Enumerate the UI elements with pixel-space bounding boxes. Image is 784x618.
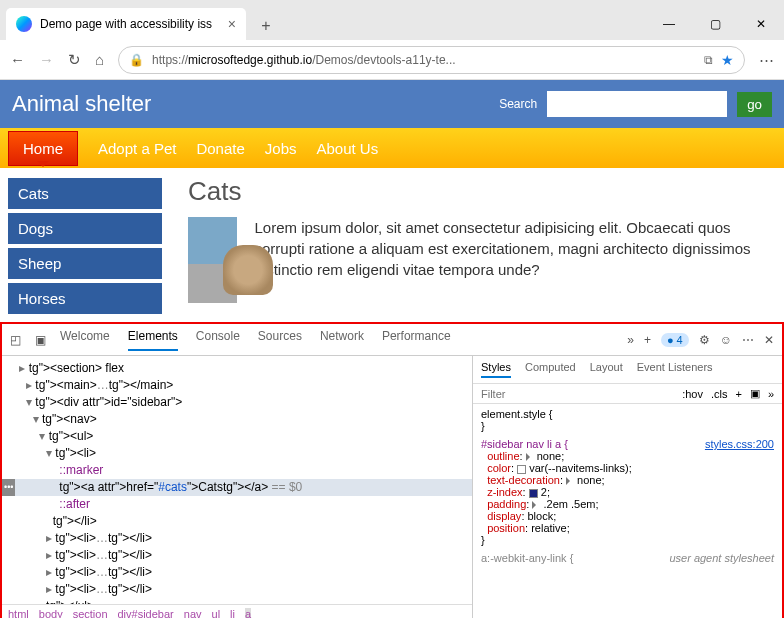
crumb-html[interactable]: html <box>8 608 29 618</box>
sidebar-item-cats[interactable]: Cats <box>8 178 162 209</box>
lock-icon: 🔒 <box>129 53 144 67</box>
forward-button[interactable]: → <box>39 51 54 68</box>
menu-button[interactable]: ⋯ <box>759 51 774 69</box>
styles-rules[interactable]: element.style {}#sidebar nav li a {style… <box>473 404 782 618</box>
maximize-button[interactable]: ▢ <box>692 8 738 40</box>
browser-tab[interactable]: Demo page with accessibility iss × <box>6 8 246 40</box>
feedback-icon[interactable]: ☺ <box>720 333 732 347</box>
crumb-li[interactable]: li <box>230 608 235 618</box>
crumb-nav[interactable]: nav <box>184 608 202 618</box>
more-panels-icon[interactable]: » <box>768 388 774 400</box>
new-panel-icon[interactable]: + <box>644 333 651 347</box>
computed-box-icon[interactable]: ▣ <box>750 387 760 400</box>
article-body: Lorem ipsum dolor, sit amet consectetur … <box>255 217 767 303</box>
panel-tab-network[interactable]: Network <box>320 329 364 351</box>
reader-icon[interactable]: ⧉ <box>704 53 713 67</box>
address-bar[interactable]: 🔒 https://microsoftedge.github.io/Demos/… <box>118 46 745 74</box>
favorite-icon[interactable]: ★ <box>721 52 734 68</box>
styles-tab-event-listeners[interactable]: Event Listeners <box>637 361 713 378</box>
site-title: Animal shelter <box>12 91 151 117</box>
search-input[interactable] <box>547 91 727 117</box>
inspect-icon[interactable]: ◰ <box>10 333 21 347</box>
refresh-button[interactable]: ↻ <box>68 51 81 69</box>
search-go-button[interactable]: go <box>737 92 772 117</box>
issues-badge[interactable]: ● 4 <box>661 333 689 347</box>
tab-title: Demo page with accessibility iss <box>40 17 220 31</box>
crumb-body[interactable]: body <box>39 608 63 618</box>
sidebar-item-sheep[interactable]: Sheep <box>8 248 162 279</box>
styles-filter-input[interactable] <box>481 388 674 400</box>
nav-adopt-a-pet[interactable]: Adopt a Pet <box>98 140 176 157</box>
cls-toggle[interactable]: .cls <box>711 388 728 400</box>
page-heading: Cats <box>188 176 766 207</box>
new-tab-button[interactable]: + <box>252 12 280 40</box>
panel-tab-elements[interactable]: Elements <box>128 329 178 351</box>
crumb-ul[interactable]: ul <box>212 608 221 618</box>
close-window-button[interactable]: ✕ <box>738 8 784 40</box>
minimize-button[interactable]: — <box>646 8 692 40</box>
nav-home[interactable]: Home <box>8 131 78 166</box>
device-icon[interactable]: ▣ <box>35 333 46 347</box>
home-button[interactable]: ⌂ <box>95 51 104 68</box>
cat-image <box>188 217 237 303</box>
close-tab-icon[interactable]: × <box>228 16 236 32</box>
url-text: https://microsoftedge.github.io/Demos/de… <box>152 53 456 67</box>
panel-tab-sources[interactable]: Sources <box>258 329 302 351</box>
crumb-section[interactable]: section <box>73 608 108 618</box>
dom-tree[interactable]: ▸ tg"><section> flex ▸ tg"><main>…tg"></… <box>2 356 472 604</box>
styles-tab-computed[interactable]: Computed <box>525 361 576 378</box>
back-button[interactable]: ← <box>10 51 25 68</box>
search-label: Search <box>499 97 537 111</box>
styles-tab-styles[interactable]: Styles <box>481 361 511 378</box>
sidebar-item-horses[interactable]: Horses <box>8 283 162 314</box>
new-style-icon[interactable]: + <box>735 388 741 400</box>
site-favicon <box>16 16 32 32</box>
crumb-div-sidebar[interactable]: div#sidebar <box>118 608 174 618</box>
styles-tab-layout[interactable]: Layout <box>590 361 623 378</box>
nav-donate[interactable]: Donate <box>196 140 244 157</box>
sidebar-item-dogs[interactable]: Dogs <box>8 213 162 244</box>
crumb-a[interactable]: a <box>245 608 251 618</box>
settings-icon[interactable]: ⚙ <box>699 333 710 347</box>
panel-tab-welcome[interactable]: Welcome <box>60 329 110 351</box>
nav-about-us[interactable]: About Us <box>316 140 378 157</box>
more-tabs-icon[interactable]: » <box>627 333 634 347</box>
hov-toggle[interactable]: :hov <box>682 388 703 400</box>
nav-jobs[interactable]: Jobs <box>265 140 297 157</box>
panel-tab-console[interactable]: Console <box>196 329 240 351</box>
panel-tab-performance[interactable]: Performance <box>382 329 451 351</box>
close-devtools-icon[interactable]: ✕ <box>764 333 774 347</box>
more-icon[interactable]: ⋯ <box>742 333 754 347</box>
breadcrumb[interactable]: htmlbodysectiondiv#sidebarnavullia <box>2 604 472 618</box>
